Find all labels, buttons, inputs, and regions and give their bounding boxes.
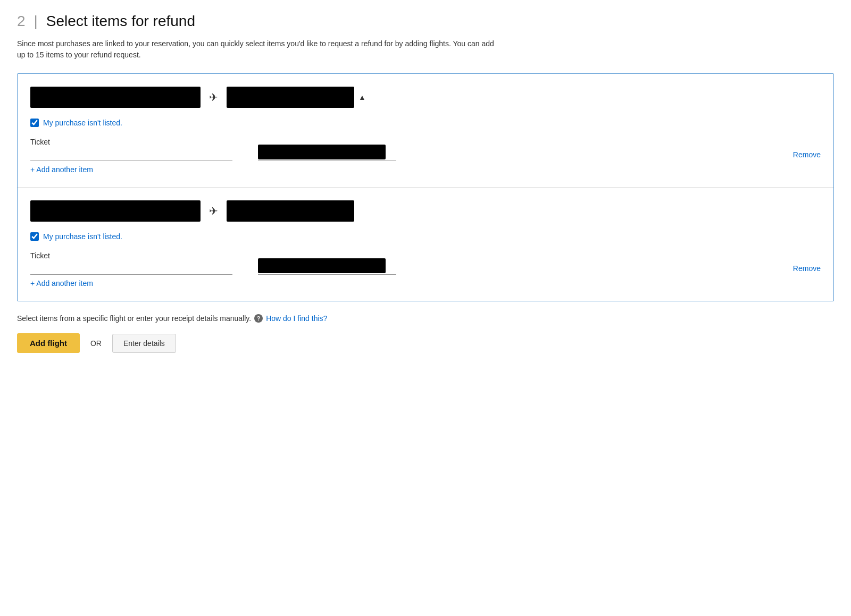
page-title: Select items for refund (46, 13, 195, 30)
expand-icon-1[interactable]: ▲ (358, 93, 366, 102)
origin-redacted-2 (30, 200, 201, 222)
flight-arrow-icon-1: ✈ (209, 91, 218, 104)
add-another-item-button-1[interactable]: + Add another item (30, 165, 93, 174)
purchase-not-listed-checkbox-2[interactable] (30, 232, 39, 241)
add-another-item-button-2[interactable]: + Add another item (30, 279, 93, 288)
flight-row-2: ✈ (30, 200, 821, 222)
flight-section-2: ✈ My purchase isn't listed. Ticket (18, 188, 833, 301)
flight-dest-2 (227, 200, 354, 222)
add-flight-button[interactable]: Add flight (17, 333, 80, 353)
item-type-underline-2 (30, 262, 232, 275)
item-amount-field-1 (258, 145, 396, 161)
footer-section: Select items from a specific flight or e… (17, 314, 834, 323)
item-type-underline-1 (30, 148, 232, 161)
item-row-wrapper-2: Ticket Remove (30, 251, 821, 275)
item-amount-field-2 (258, 258, 396, 275)
how-find-link[interactable]: How do I find this? (266, 314, 327, 323)
or-separator: OR (90, 339, 102, 348)
purchase-not-listed-label-2: My purchase isn't listed. (43, 232, 122, 241)
page-description: Since most purchases are linked to your … (17, 38, 496, 61)
purchase-not-listed-checkbox-1[interactable] (30, 119, 39, 127)
dest-redacted-1 (227, 87, 354, 108)
item-fields-row-1: Ticket Remove (30, 138, 821, 161)
enter-details-button[interactable]: Enter details (112, 334, 176, 353)
amount-redacted-1 (258, 145, 386, 159)
flight-dest-wrapper-1: ▲ (227, 87, 366, 108)
remove-col-1: Remove (793, 148, 821, 161)
help-icon[interactable]: ? (254, 314, 263, 323)
step-number: 2 (17, 14, 26, 29)
step-separator: | (34, 13, 38, 30)
amount-underline-1 (258, 161, 396, 161)
item-type-field-1: Ticket (30, 138, 232, 161)
item-fields-row-2: Ticket Remove (30, 251, 821, 275)
flights-container: ✈ ▲ My purchase isn't listed. Ticket (17, 73, 834, 301)
page-header: 2 | Select items for refund (17, 13, 834, 30)
flight-origin-2 (30, 200, 201, 222)
origin-redacted-1 (30, 87, 201, 108)
remove-button-1[interactable]: Remove (793, 148, 821, 161)
purchase-not-listed-label-1: My purchase isn't listed. (43, 119, 122, 127)
flight-dest-wrapper-2 (227, 200, 354, 222)
flight-origin-1 (30, 87, 201, 108)
flight-arrow-icon-2: ✈ (209, 205, 218, 217)
checkbox-row-1: My purchase isn't listed. (30, 119, 821, 127)
item-type-label-2: Ticket (30, 251, 232, 260)
amount-underline-2 (258, 274, 396, 275)
footer-text: Select items from a specific flight or e… (17, 314, 251, 323)
flight-section-1: ✈ ▲ My purchase isn't listed. Ticket (18, 74, 833, 188)
checkbox-row-2: My purchase isn't listed. (30, 232, 821, 241)
item-type-label-1: Ticket (30, 138, 232, 146)
amount-redacted-2 (258, 258, 386, 273)
item-row-wrapper-1: Ticket Remove (30, 138, 821, 161)
action-row: Add flight OR Enter details (17, 333, 834, 353)
flight-dest-1 (227, 87, 354, 108)
remove-button-2[interactable]: Remove (793, 262, 821, 275)
dest-redacted-2 (227, 200, 354, 222)
remove-col-2: Remove (793, 262, 821, 275)
item-type-field-2: Ticket (30, 251, 232, 275)
flight-row-1: ✈ ▲ (30, 87, 821, 108)
